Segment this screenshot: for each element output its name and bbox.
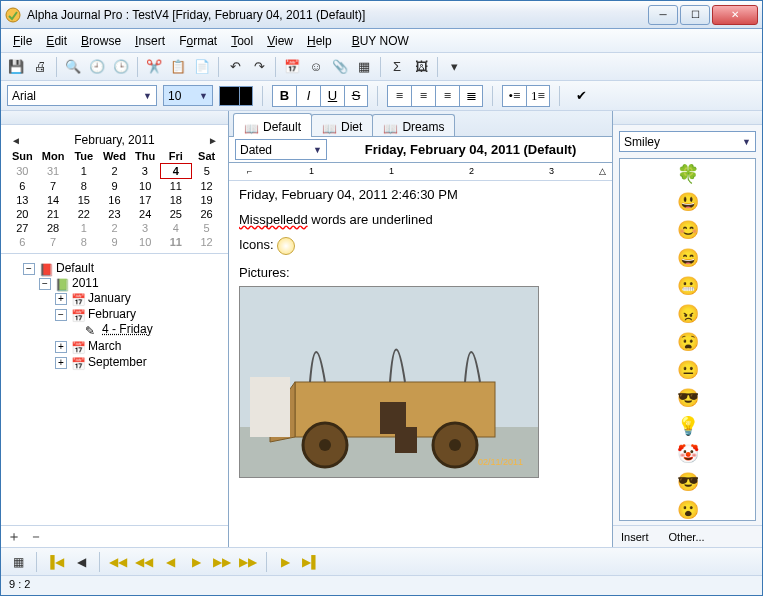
smiley-category-combo[interactable]: Smiley▼ bbox=[619, 131, 756, 152]
overflow-icon[interactable]: ▾ bbox=[443, 56, 465, 78]
smiley-item[interactable]: 😄 bbox=[677, 247, 699, 269]
smiley-item[interactable]: 🤡 bbox=[677, 443, 699, 465]
cal-prev-icon[interactable]: ◄ bbox=[11, 135, 21, 146]
insert-smiley-icon[interactable]: ☺ bbox=[305, 56, 327, 78]
find-icon[interactable]: 🔍 bbox=[62, 56, 84, 78]
menu-insert[interactable]: Insert bbox=[129, 32, 171, 50]
nav-rewind-icon[interactable]: ◀◀ bbox=[107, 552, 129, 572]
calendar-day[interactable]: 3 bbox=[130, 221, 161, 235]
clock-icon[interactable]: 🕒 bbox=[110, 56, 132, 78]
align-justify-button[interactable]: ≣ bbox=[459, 85, 483, 107]
smiley-item[interactable]: 💡 bbox=[677, 415, 699, 437]
insert-table-icon[interactable]: ▦ bbox=[353, 56, 375, 78]
align-left-button[interactable]: ≡ bbox=[387, 85, 411, 107]
smiley-item[interactable]: 😠 bbox=[677, 303, 699, 325]
nav-fwd-icon[interactable]: ▶▶ bbox=[211, 552, 233, 572]
calendar-day[interactable]: 2 bbox=[99, 221, 130, 235]
calendar-day[interactable]: 4 bbox=[161, 221, 192, 235]
insert-date-icon[interactable]: 📅 bbox=[281, 56, 303, 78]
smiley-item[interactable]: 😊 bbox=[677, 219, 699, 241]
minimize-button[interactable]: ─ bbox=[648, 5, 678, 25]
calendar-day[interactable]: 4 bbox=[161, 164, 192, 179]
smiley-item[interactable]: 🍀 bbox=[677, 163, 699, 185]
calendar-day[interactable]: 15 bbox=[68, 193, 99, 207]
smiley-item[interactable]: 😎 bbox=[677, 387, 699, 409]
font-size-combo[interactable]: 10▼ bbox=[163, 85, 213, 106]
calendar-day[interactable]: 21 bbox=[38, 207, 69, 221]
expand-icon[interactable]: + bbox=[55, 293, 67, 305]
align-center-button[interactable]: ≡ bbox=[411, 85, 435, 107]
menu-edit[interactable]: Edit bbox=[40, 32, 73, 50]
calendar-day[interactable]: 6 bbox=[7, 235, 38, 249]
calendar-day[interactable]: 17 bbox=[130, 193, 161, 207]
smiley-insert-button[interactable]: Insert bbox=[621, 531, 649, 543]
entry-tree[interactable]: −📕Default −📗2011 +📅January −📅February ✎4… bbox=[1, 253, 228, 525]
calendar-day[interactable]: 31 bbox=[38, 164, 69, 179]
calendar-day[interactable]: 10 bbox=[130, 235, 161, 249]
menu-browse[interactable]: Browse bbox=[75, 32, 127, 50]
print-icon[interactable]: 🖨 bbox=[29, 56, 51, 78]
calendar-day[interactable]: 2 bbox=[99, 164, 130, 179]
close-button[interactable]: ✕ bbox=[712, 5, 758, 25]
paste-icon[interactable]: 📄 bbox=[191, 56, 213, 78]
calendar-day[interactable]: 25 bbox=[161, 207, 192, 221]
nav-play-icon[interactable]: ▶ bbox=[274, 552, 296, 572]
menu-file[interactable]: File bbox=[7, 32, 38, 50]
calendar-day[interactable]: 23 bbox=[99, 207, 130, 221]
history-icon[interactable]: 🕘 bbox=[86, 56, 108, 78]
smiley-item[interactable]: 😬 bbox=[677, 275, 699, 297]
menu-buy-now[interactable]: BUY NOW bbox=[346, 32, 415, 50]
calendar-day[interactable]: 18 bbox=[161, 193, 192, 207]
calendar-day[interactable]: 9 bbox=[99, 235, 130, 249]
strike-button[interactable]: S bbox=[344, 85, 368, 107]
expand-icon[interactable]: − bbox=[23, 263, 35, 275]
tab-default[interactable]: 📖Default bbox=[233, 113, 312, 137]
calendar-day[interactable]: 19 bbox=[191, 193, 222, 207]
italic-button[interactable]: I bbox=[296, 85, 320, 107]
ruler[interactable]: ⌐ 1 1 2 3 △ bbox=[229, 163, 612, 181]
underline-button[interactable]: U bbox=[320, 85, 344, 107]
calendar-day[interactable]: 3 bbox=[130, 164, 161, 179]
calendar-day[interactable]: 11 bbox=[161, 235, 192, 249]
smiley-item[interactable]: 😧 bbox=[677, 331, 699, 353]
calendar-day[interactable]: 14 bbox=[38, 193, 69, 207]
redo-icon[interactable]: ↷ bbox=[248, 56, 270, 78]
bold-button[interactable]: B bbox=[272, 85, 296, 107]
save-icon[interactable]: 💾 bbox=[5, 56, 27, 78]
expand-icon[interactable]: − bbox=[55, 309, 67, 321]
bullet-list-button[interactable]: •≡ bbox=[502, 85, 526, 107]
calendar-day[interactable]: 20 bbox=[7, 207, 38, 221]
copy-icon[interactable]: 📋 bbox=[167, 56, 189, 78]
nav-last-icon[interactable]: ▶▌ bbox=[300, 552, 322, 572]
calendar-day[interactable]: 28 bbox=[38, 221, 69, 235]
calendar-day[interactable]: 26 bbox=[191, 207, 222, 221]
editor-body[interactable]: Friday, February 04, 2011 2:46:30 PM Mis… bbox=[229, 181, 612, 547]
calendar-day[interactable]: 8 bbox=[68, 235, 99, 249]
sum-icon[interactable]: Σ bbox=[386, 56, 408, 78]
smiley-item[interactable]: 😐 bbox=[677, 359, 699, 381]
font-color-swatch[interactable] bbox=[219, 86, 253, 106]
calendar-day[interactable]: 6 bbox=[7, 179, 38, 194]
number-list-button[interactable]: 1≡ bbox=[526, 85, 550, 107]
calendar-day[interactable]: 12 bbox=[191, 235, 222, 249]
calendar-day[interactable]: 7 bbox=[38, 235, 69, 249]
undo-icon[interactable]: ↶ bbox=[224, 56, 246, 78]
calendar-day[interactable]: 1 bbox=[68, 164, 99, 179]
expand-icon[interactable]: + bbox=[55, 341, 67, 353]
tree-selected-entry[interactable]: 4 - Friday bbox=[102, 322, 153, 336]
nav-prev-icon[interactable]: ◀ bbox=[70, 552, 92, 572]
calendar-grid[interactable]: SunMonTueWedThuFriSat 303112345678910111… bbox=[7, 149, 222, 249]
calendar-day[interactable]: 22 bbox=[68, 207, 99, 221]
calendar-day[interactable]: 1 bbox=[68, 221, 99, 235]
tree-remove-button[interactable]: － bbox=[29, 528, 43, 546]
font-name-combo[interactable]: Arial▼ bbox=[7, 85, 157, 106]
maximize-button[interactable]: ☐ bbox=[680, 5, 710, 25]
align-right-button[interactable]: ≡ bbox=[435, 85, 459, 107]
nav-step-back-icon[interactable]: ◀ bbox=[159, 552, 181, 572]
calendar-day[interactable]: 5 bbox=[191, 221, 222, 235]
tab-diet[interactable]: 📖Diet bbox=[311, 114, 373, 136]
calendar-day[interactable]: 7 bbox=[38, 179, 69, 194]
nav-step-fwd-icon[interactable]: ▶ bbox=[185, 552, 207, 572]
calendar-day[interactable]: 5 bbox=[191, 164, 222, 179]
picture-icon[interactable]: 🖼 bbox=[410, 56, 432, 78]
